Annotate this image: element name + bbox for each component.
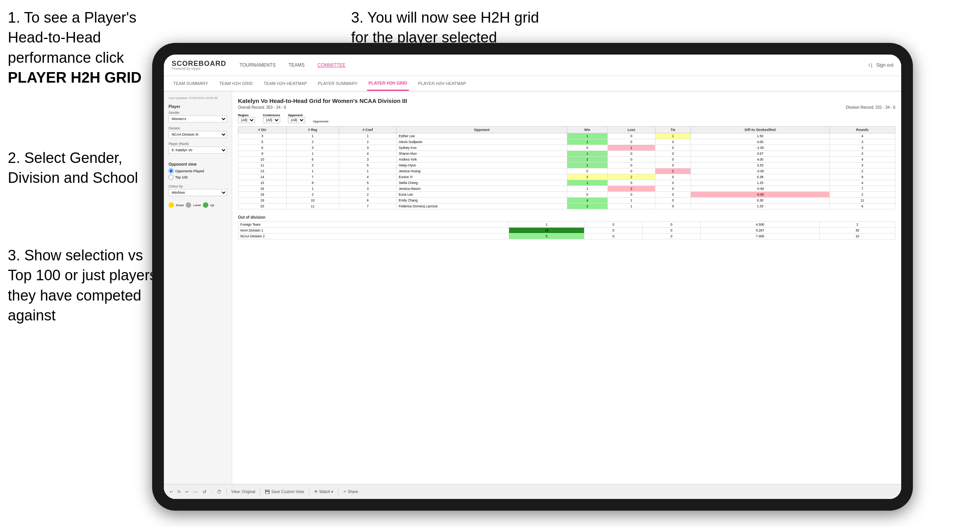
col-loss: Loss xyxy=(608,127,655,133)
radio-opponents-played[interactable]: Opponents Played xyxy=(169,168,227,173)
col-opponent: Opponent xyxy=(397,127,567,133)
gender-label: Gender xyxy=(169,111,227,115)
right-panel: Katelyn Vo Head-to-Head Grid for Women's… xyxy=(232,92,901,499)
table-row: 19 10 6 Emily Chang 4 1 0 0.30 11 xyxy=(238,198,895,203)
nav-committee[interactable]: COMMITTEE xyxy=(316,62,347,68)
col-conf: # Conf xyxy=(339,127,397,133)
colour-by-label: Colour by xyxy=(169,184,227,188)
out-of-div-row: NAIA Division 1 15 0 0 9.267 30 xyxy=(238,228,895,233)
division-select[interactable]: NCAA Division III NCAA Division I NCAA D… xyxy=(169,131,227,138)
col-win: Win xyxy=(567,127,608,133)
table-row: 15 8 5 Stella Cheng 1 0 0 1.25 4 xyxy=(238,180,895,186)
table-row: 9 1 4 Sharon Mun 1 0 0 3.67 3 xyxy=(238,151,895,157)
panel-subtitle: Overall Record: 353 - 34 - 6 Division Re… xyxy=(238,105,895,110)
left-sidebar: Last Updated: 27/03/2024 16:55:38 Player… xyxy=(164,92,232,499)
table-row: 13 1 1 Jessica Huang 0 0 2 -3.00 2 xyxy=(238,168,895,174)
sub-team-h2h-grid[interactable]: TEAM H2H GRID xyxy=(218,76,254,91)
colour-legend: Down Level Up xyxy=(169,202,227,208)
panel-title: Katelyn Vo Head-to-Head Grid for Women's… xyxy=(238,97,895,104)
sub-nav: TEAM SUMMARY TEAM H2H GRID TEAM H2H HEAT… xyxy=(164,76,901,92)
filter-opponent-group: Opponent (All) xyxy=(288,113,305,123)
overall-record: Overall Record: 353 - 34 - 6 xyxy=(238,105,286,110)
table-row: 18 2 2 Euna Lee 0 0 0 -5.00 2 xyxy=(238,192,895,198)
division-record: Division Record: 331 - 34 - 6 xyxy=(846,105,895,110)
player-rank-select[interactable]: 8. Katelyn Vo xyxy=(169,147,227,154)
table-row: 16 1 3 Jessica Mason 1 2 0 -0.94 7 xyxy=(238,186,895,192)
sign-out-link[interactable]: Sign out xyxy=(876,62,893,68)
nav-right: i | Sign out xyxy=(869,62,893,68)
tablet-screen: SCOREBOARD Powered by clippd TOURNAMENTS… xyxy=(164,55,901,499)
nav-tournaments[interactable]: TOURNAMENTS xyxy=(238,62,277,68)
logo: SCOREBOARD Powered by clippd xyxy=(172,60,226,71)
legend-down-dot xyxy=(169,202,174,208)
tablet-frame: SCOREBOARD Powered by clippd TOURNAMENTS… xyxy=(152,43,913,511)
instruction-step2: 2. Select Gender, Division and School xyxy=(8,148,156,188)
sub-player-summary[interactable]: PLAYER SUMMARY xyxy=(316,76,359,91)
share-btn[interactable]: ↗ Share xyxy=(343,490,358,494)
instruction-step3-left: 3. Show selection vs Top 100 or just pla… xyxy=(8,246,160,325)
player-rank-label: Player (Rank) xyxy=(169,142,227,146)
out-of-div-row: NCAA Division 2 5 0 0 7.400 10 xyxy=(238,233,895,239)
bottom-toolbar: ↩ ↻ ↩ ⋯ ↺ · ⏱ View: Original 💾 Save Cust… xyxy=(232,484,901,499)
timestamp: Last Updated: 27/03/2024 16:55:38 xyxy=(169,96,227,100)
table-row: 14 7 4 Eunice Yi 2 2 0 0.38 9 xyxy=(238,174,895,180)
table-row: 5 2 2 Alexis Sudjianto 1 0 0 4.00 3 xyxy=(238,139,895,145)
instruction-step3-right: 3. You will now see H2H grid for the pla… xyxy=(351,8,546,48)
col-diff: Diff Av Strokes/Rnd xyxy=(691,127,830,133)
view-original-btn[interactable]: View: Original xyxy=(232,490,255,494)
region-select[interactable]: (All) xyxy=(238,117,255,123)
legend-up-dot xyxy=(203,202,208,208)
watch-btn[interactable]: 👁 Watch ▾ xyxy=(314,490,334,494)
h2h-table: # Div # Reg # Conf Opponent Win Loss Tie… xyxy=(238,126,895,209)
sub-player-h2h-grid[interactable]: PLAYER H2H GRID xyxy=(367,76,409,91)
opponent-view-title: Opponent view xyxy=(169,162,227,166)
table-row: 11 2 5 Heeju Hyun 1 0 0 3.33 3 xyxy=(238,163,895,168)
gender-select[interactable]: Women's Men's xyxy=(169,115,227,122)
table-row: 6 3 3 Sydney Kuo 0 1 0 -1.00 3 xyxy=(238,145,895,151)
col-reg: # Reg xyxy=(286,127,339,133)
opponent-select[interactable]: (All) xyxy=(288,117,305,123)
instruction-step1: 1. To see a Player's Head-to-Head perfor… xyxy=(8,8,172,88)
opponents-label: Opponents: xyxy=(313,120,329,123)
colour-by-select[interactable]: Win/loss xyxy=(169,189,227,196)
radio-top100[interactable]: Top 100 xyxy=(169,175,227,180)
save-custom-btn[interactable]: 💾 Save Custom View xyxy=(265,490,304,494)
nav-links: TOURNAMENTS TEAMS COMMITTEE xyxy=(238,62,857,68)
sub-team-summary[interactable]: TEAM SUMMARY xyxy=(172,76,210,91)
out-of-div-title: Out of division xyxy=(238,215,895,219)
col-tie: Tie xyxy=(655,127,691,133)
player-section-title: Player xyxy=(169,104,227,109)
nav-bar: SCOREBOARD Powered by clippd TOURNAMENTS… xyxy=(164,55,901,76)
step1-bold: PLAYER H2H GRID xyxy=(8,69,142,86)
division-label: Division xyxy=(169,126,227,130)
conference-select[interactable]: (All) xyxy=(263,117,280,123)
sub-team-h2h-heatmap[interactable]: TEAM H2H HEATMAP xyxy=(262,76,309,91)
legend-level-dot xyxy=(186,202,191,208)
filter-conference: Conference (All) xyxy=(263,113,280,123)
nav-teams[interactable]: TEAMS xyxy=(287,62,306,68)
table-row: 3 1 1 Esther Lee 1 0 1 1.50 4 xyxy=(238,133,895,139)
out-of-div-row: Foreign Team 1 0 0 4.500 2 xyxy=(238,222,895,228)
table-row: 20 11 7 Federica Domecq Lacroze 2 1 0 1.… xyxy=(238,203,895,209)
main-content: Last Updated: 27/03/2024 16:55:38 Player… xyxy=(164,92,901,499)
col-div: # Div xyxy=(238,127,287,133)
sub-player-h2h-heatmap[interactable]: PLAYER H2H HEATMAP xyxy=(417,76,468,91)
col-rounds: Rounds xyxy=(829,127,895,133)
filter-region: Region (All) xyxy=(238,113,255,123)
table-row: 10 6 3 Andrea York 2 0 0 4.00 4 xyxy=(238,157,895,163)
out-of-div-table: Foreign Team 1 0 0 4.500 2 NAIA Division… xyxy=(238,221,895,239)
